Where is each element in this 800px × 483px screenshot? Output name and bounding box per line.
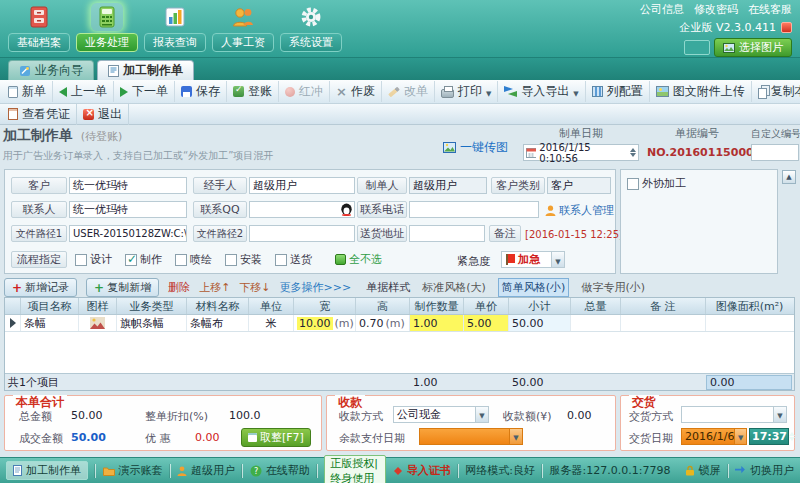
handler-input[interactable]: 超级用户 [249,177,355,194]
more-actions-link[interactable]: 更多操作>>> [280,280,352,295]
status-help[interactable]: ? 在线帮助 [250,463,310,478]
exit-button[interactable]: 退出 [77,104,129,125]
checkbox-design[interactable]: 设计 [75,252,112,267]
cell-subtotal[interactable]: 50.00 [509,315,571,331]
cell-height[interactable]: 0.70(m) [356,315,410,331]
style-simple-option[interactable]: 简单风格(小) [498,278,570,297]
attachment-upload-button[interactable]: 图文附件上传 [650,81,752,102]
company-info-link[interactable]: 公司信息 [640,2,684,17]
col-subtotal[interactable]: 小计 [509,298,571,314]
dropdown-button[interactable] [475,407,488,422]
col-pattern[interactable]: 图样 [79,298,117,314]
dropdown-button[interactable] [773,407,786,422]
cell-unit-price[interactable]: 5.00 [464,315,509,331]
round-button[interactable]: 取整[F7] [241,428,311,447]
col-remark[interactable]: 备 注 [621,298,706,314]
collapse-button[interactable] [782,170,796,184]
modify-button[interactable]: 改单 [382,81,435,102]
dropdown-button[interactable] [734,429,746,444]
status-account[interactable]: 演示账套 [103,463,163,478]
nav-item-settings[interactable]: 系统设置 [280,2,342,52]
tab-processing-order[interactable]: 加工制作单 [97,60,194,80]
file-path1-input[interactable]: USER-20150128ZW:C:\ [69,225,187,242]
print-button[interactable]: 打印 [435,81,498,102]
dropdown-button[interactable] [509,429,522,444]
contact-input[interactable]: 统一优玛特 [69,201,187,218]
cell-pattern[interactable] [79,315,117,331]
payment-method-select[interactable]: 公司现金 [393,406,489,423]
cell-quantity[interactable]: 1.00 [410,315,464,331]
nav-item-basic-files[interactable]: 基础档案 [8,2,70,52]
col-unit-price[interactable]: 单价 [464,298,509,314]
next-button[interactable]: 下一单 [114,81,175,102]
online-service-link[interactable]: 在线客服 [748,2,792,17]
post-button[interactable]: 登账 [227,81,279,102]
cell-total[interactable] [571,315,621,331]
nav-item-hr-payroll[interactable]: 人事工资 [212,2,274,52]
nav-item-reports[interactable]: 报表查询 [144,2,206,52]
spinner-icon[interactable] [789,432,795,441]
style-standard-option[interactable]: 标准风格(大) [419,279,489,296]
import-export-button[interactable]: 导入导出 [498,81,585,102]
col-business-type[interactable]: 业务类型 [117,298,187,314]
table-row[interactable]: 条幅 旗帜条幅 条幅布 米 10.00(m) 0.70(m) 1.00 5.00… [5,315,794,332]
file-path2-input[interactable] [249,225,355,242]
cell-width[interactable]: 10.00(m) [294,315,356,331]
new-button[interactable]: 新单 [2,81,53,102]
discount-off-value[interactable]: 0.00 [195,431,220,444]
tab-business-wizard[interactable]: 业务向导 [8,60,94,80]
import-cert-link[interactable]: 导入证书 [393,463,451,478]
payment-amount-value[interactable]: 0.00 [567,409,592,422]
dropdown-button[interactable] [551,252,564,267]
select-image-button[interactable]: 选择图片 [714,38,792,57]
copy-add-button[interactable]: +复制新增 [86,278,159,297]
col-width[interactable]: 宽 [294,298,356,314]
cell-unit[interactable]: 米 [249,315,294,331]
discount-pct-value[interactable]: 100.0 [229,409,261,422]
prev-button[interactable]: 上一单 [53,81,114,102]
col-project-name[interactable]: 项目名称 [21,298,79,314]
col-image-area[interactable]: 图像面积(m²) [706,298,793,314]
quick-upload-link[interactable]: 一键传图 [443,139,508,156]
cell-image-area[interactable] [706,315,793,331]
checkbox-spray[interactable]: 喷绘 [175,252,212,267]
lock-screen-button[interactable]: 锁屏 [685,463,721,478]
urgency-select[interactable]: 加急 [501,251,565,268]
task-current-doc[interactable]: 加工制作单 [6,461,88,480]
void-button[interactable]: ×作废 [330,81,382,102]
order-date-input[interactable]: 2016/1/15 0:10:56 [523,144,639,161]
custom-number-input[interactable] [751,144,799,161]
move-down-link[interactable]: 下移↓ [239,280,270,295]
delete-row-link[interactable]: 删除 [168,280,190,295]
balance-date-select[interactable] [419,428,523,445]
qq-icon[interactable] [340,203,353,218]
nav-item-business[interactable]: 业务处理 [76,2,138,52]
checkbox-delivery[interactable]: 送货 [275,252,312,267]
col-total[interactable]: 总量 [571,298,621,314]
delivery-time-input[interactable]: 17:37 [749,428,789,445]
switch-user-button[interactable]: 切换用户 [735,463,794,478]
spinner-icon[interactable] [630,148,636,157]
delivery-date-select[interactable]: 2016/1/6 [681,428,747,445]
copy-doc-button[interactable]: 复制本单 [752,81,800,102]
col-material[interactable]: 材料名称 [187,298,249,314]
column-config-button[interactable]: 列配置 [586,81,650,102]
col-unit[interactable]: 单位 [249,298,294,314]
save-button[interactable]: 保存 [175,81,227,102]
delivery-address-input[interactable] [409,225,485,242]
style-char-option[interactable]: 做字专用(小) [578,279,648,296]
status-user[interactable]: 超级用户 [177,463,235,478]
col-height[interactable]: 高 [356,298,410,314]
col-quantity[interactable]: 制作数量 [410,298,464,314]
delivery-method-select[interactable] [681,406,787,423]
phone-input[interactable] [409,201,539,218]
cell-business-type[interactable]: 旗帜条幅 [117,315,187,331]
cell-remark[interactable] [621,315,706,331]
cell-material[interactable]: 条幅布 [187,315,249,331]
select-none-link[interactable]: 全不选 [335,252,382,267]
checkbox-production[interactable]: 制作 [125,252,162,267]
red-flush-button[interactable]: 红冲 [279,81,330,102]
customer-input[interactable]: 统一优玛特 [69,177,187,194]
move-up-link[interactable]: 上移↑ [199,280,230,295]
checkbox-outsource[interactable]: 外协加工 [627,176,686,191]
